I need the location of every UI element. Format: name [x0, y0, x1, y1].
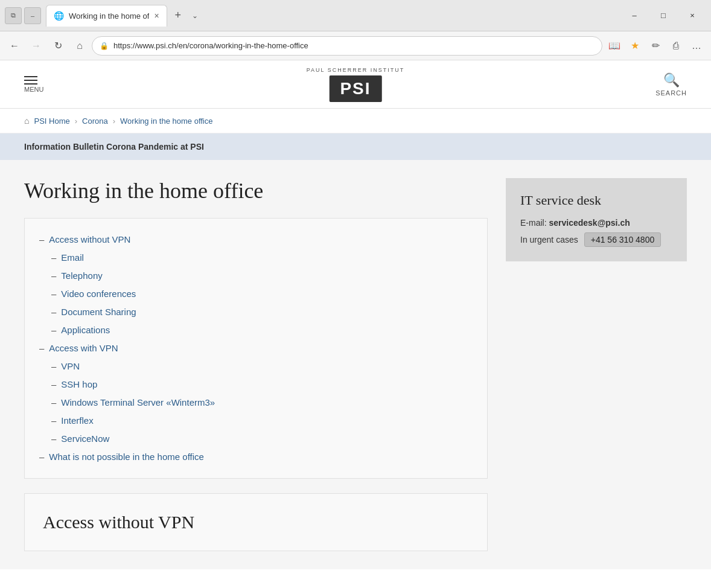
toc-list: – Access without VPN – Email – Telephony… [39, 231, 473, 466]
toc-item-not-possible: – What is not possible in the home offic… [39, 448, 473, 466]
search-label: SEARCH [655, 89, 687, 97]
window-minimize-btn[interactable]: – [620, 6, 648, 25]
section-access-no-vpn: Access without VPN [24, 493, 488, 551]
menu-button[interactable]: MENU [24, 76, 43, 93]
toc-item-interflex: – Interflex [39, 412, 473, 430]
window-maximize-btn[interactable]: □ [649, 6, 677, 25]
tab-title: Working in the home of [69, 11, 149, 21]
it-urgent-label: In urgent cases [520, 235, 578, 244]
toc-link-ssh[interactable]: SSH hop [61, 375, 97, 394]
window-controls-left: ⧉ – [5, 7, 41, 24]
refresh-btn[interactable]: ↻ [48, 36, 68, 56]
it-phone-badge: +41 56 310 4800 [584, 232, 662, 247]
psi-logo: PSI [329, 75, 381, 102]
sidebar-column: IT service desk E-mail: servicedesk@psi.… [506, 178, 687, 273]
minimize-btn-left[interactable]: – [24, 7, 41, 24]
it-box-title: IT service desk [520, 193, 672, 208]
toc-link-apps[interactable]: Applications [61, 321, 110, 339]
breadcrumb-corona[interactable]: Corona [82, 117, 108, 126]
breadcrumb-psi-home[interactable]: PSI Home [34, 117, 69, 126]
restore-down-btn[interactable]: ⧉ [5, 7, 22, 24]
pen-btn[interactable]: ✏ [646, 36, 665, 56]
page-title: Working in the home office [24, 178, 488, 203]
toc-link-docshare[interactable]: Document Sharing [61, 303, 136, 321]
toc-item-winterm: – Windows Terminal Server «Winterm3» [39, 394, 473, 412]
it-email-link[interactable]: servicedesk@psi.ch [549, 218, 630, 228]
toc-link-access-vpn[interactable]: Access with VPN [49, 339, 118, 357]
search-icon: 🔍 [663, 72, 680, 88]
favorites-btn[interactable]: ★ [625, 36, 645, 56]
toc-item-video: – Video conferences [39, 285, 473, 303]
toc-link-email[interactable]: Email [61, 249, 84, 267]
toc-item-servicenow: – ServiceNow [39, 430, 473, 448]
breadcrumb-sep-2: › [113, 117, 115, 126]
more-btn[interactable]: … [687, 36, 706, 56]
toc-item-email: – Email [39, 249, 473, 267]
toc-link-winterm[interactable]: Windows Terminal Server «Winterm3» [61, 394, 215, 412]
browser-titlebar: ⧉ – 🌐 Working in the home of × + ⌄ – □ × [0, 0, 711, 31]
toc-link-access-no-vpn[interactable]: Access without VPN [49, 231, 130, 249]
tab-close-btn[interactable]: × [154, 11, 159, 21]
toc-item-1: – Access without VPN [39, 231, 473, 249]
toc-item-ssh: – SSH hop [39, 375, 473, 394]
breadcrumb-sep-1: › [75, 117, 77, 126]
share-btn[interactable]: ⎙ [666, 36, 686, 56]
main-column: Working in the home office – Access with… [24, 178, 488, 551]
toc-item-docshare: – Document Sharing [39, 303, 473, 321]
content-area: Working in the home office – Access with… [0, 160, 711, 569]
toc-link-interflex[interactable]: Interflex [61, 412, 93, 430]
toc-item-apps: – Applications [39, 321, 473, 339]
browser-tab[interactable]: 🌐 Working in the home of × [46, 5, 167, 27]
search-button[interactable]: 🔍 SEARCH [655, 72, 687, 97]
it-urgent-line: In urgent cases +41 56 310 4800 [520, 232, 672, 247]
tab-dropdown-btn[interactable]: ⌄ [188, 8, 202, 23]
info-banner: Information Bulletin Corona Pandemic at … [0, 133, 711, 160]
site-header: MENU PAUL SCHERRER INSTITUT PSI 🔍 SEARCH [0, 60, 711, 109]
page-wrapper: MENU PAUL SCHERRER INSTITUT PSI 🔍 SEARCH… [0, 60, 711, 588]
lock-icon: 🔒 [100, 42, 109, 50]
toc-link-not-possible[interactable]: What is not possible in the home office [49, 448, 204, 466]
toc-link-telephony[interactable]: Telephony [61, 267, 102, 285]
logo-area: PAUL SCHERRER INSTITUT PSI [307, 67, 405, 102]
toc-link-video[interactable]: Video conferences [61, 285, 136, 303]
address-bar[interactable]: 🔒 [92, 36, 602, 56]
toc-link-vpn[interactable]: VPN [61, 357, 80, 375]
toc-item-telephony: – Telephony [39, 267, 473, 285]
toolbar-buttons: 📖 ★ ✏ ⎙ … [605, 36, 706, 56]
toc-link-servicenow[interactable]: ServiceNow [61, 430, 109, 448]
toc-box: – Access without VPN – Email – Telephony… [24, 218, 488, 479]
browser-navbar: ← → ↻ ⌂ 🔒 📖 ★ ✏ ⎙ … [0, 31, 711, 60]
it-email-label: E-mail: [520, 218, 547, 228]
tab-favicon: 🌐 [54, 11, 64, 21]
back-btn[interactable]: ← [5, 36, 24, 56]
it-service-desk-box: IT service desk E-mail: servicedesk@psi.… [506, 178, 687, 261]
window-close-btn[interactable]: × [678, 6, 706, 25]
menu-label: MENU [24, 86, 43, 93]
institution-name: PAUL SCHERRER INSTITUT [307, 67, 405, 73]
toc-item-vpn: – VPN [39, 357, 473, 375]
breadcrumb: ⌂ PSI Home › Corona › Working in the hom… [0, 109, 711, 133]
url-input[interactable] [113, 41, 595, 50]
section-title-access-no-vpn: Access without VPN [43, 512, 469, 532]
toc-item-access-vpn: – Access with VPN [39, 339, 473, 357]
breadcrumb-home-icon: ⌂ [24, 116, 29, 126]
breadcrumb-current[interactable]: Working in the home office [120, 117, 212, 126]
reader-view-btn[interactable]: 📖 [605, 36, 624, 56]
new-tab-btn[interactable]: + [170, 7, 187, 24]
it-email-line: E-mail: servicedesk@psi.ch [520, 218, 672, 228]
forward-btn[interactable]: → [27, 36, 46, 56]
home-btn[interactable]: ⌂ [70, 36, 89, 56]
window-controls-right: – □ × [620, 6, 706, 25]
